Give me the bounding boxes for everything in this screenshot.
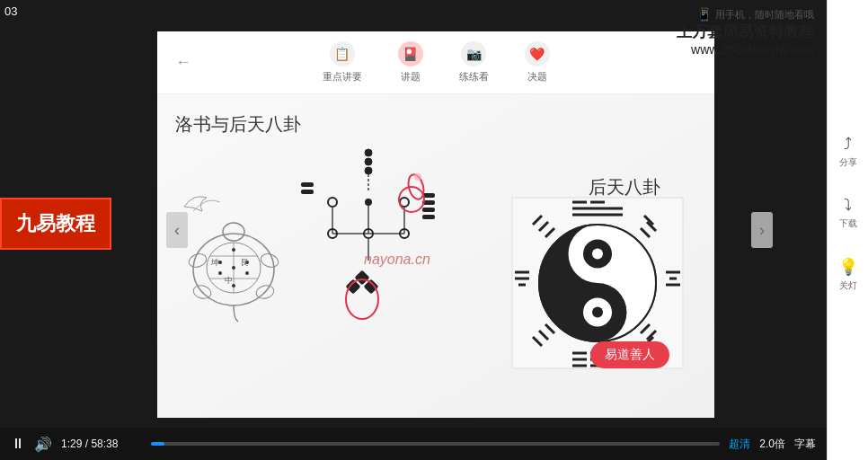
svg-point-2 <box>223 223 244 241</box>
volume-button[interactable]: 🔊 <box>34 436 52 453</box>
time-display: 1:29 / 58:38 <box>61 438 142 450</box>
top-right-overlay: 📱 用手机，随时随地看哦 上万套周易资料教程 www.265zhouyiw.co… <box>677 7 814 57</box>
svg-point-21 <box>365 158 372 165</box>
slide-title: 洛书与后天八卦 <box>175 112 696 137</box>
share-button[interactable]: ⤴ 分享 <box>839 135 857 169</box>
svg-text:中: 中 <box>225 276 233 285</box>
video-container: ← 📋 重点讲要 🎴 讲题 📷 练练看 ❤️ 决题 洛书与后天八卦 后天八卦 <box>0 0 827 460</box>
download-label: 下载 <box>839 217 857 230</box>
play-pause-button[interactable]: ⏸ <box>11 436 25 452</box>
quality-button[interactable]: 超清 <box>729 437 750 452</box>
phone-info: 📱 用手机，随时随地看哦 <box>677 7 814 22</box>
svg-rect-40 <box>422 215 435 219</box>
red-banner: 九易教程 <box>0 198 111 250</box>
loshu-dots <box>283 139 445 319</box>
share-label: 分享 <box>839 156 857 169</box>
svg-point-20 <box>365 149 372 156</box>
svg-rect-35 <box>301 182 314 187</box>
right-panel: ⤴ 分享 ⤵ 下载 💡 关灯 <box>827 0 868 460</box>
svg-point-3 <box>187 252 208 270</box>
nav-arrow-left[interactable]: ‹ <box>166 212 188 248</box>
light-button[interactable]: 💡 关灯 <box>838 257 858 292</box>
phone-icon: 📱 <box>696 7 712 22</box>
svg-rect-39 <box>422 208 435 212</box>
light-label: 关灯 <box>839 279 857 292</box>
speed-button[interactable]: 2.0倍 <box>759 437 785 452</box>
site-title: 上万套周易资料教程 <box>677 22 814 42</box>
share-icon: ⤴ <box>844 135 852 154</box>
slide-back-button[interactable]: ← <box>175 53 191 72</box>
slide-main: 洛书与后天八卦 后天八卦 <box>157 94 714 418</box>
progress-bar[interactable] <box>151 442 720 446</box>
svg-point-80 <box>592 249 603 260</box>
tab-jiangti[interactable]: 🎴 讲题 <box>398 41 423 84</box>
svg-rect-36 <box>301 190 314 194</box>
slide-topbar: ← 📋 重点讲要 🎴 讲题 📷 练练看 ❤️ 决题 <box>157 31 714 94</box>
download-icon: ⤵ <box>844 196 852 215</box>
lianliankan-icon: 📷 <box>461 41 486 66</box>
progress-fill <box>151 442 164 446</box>
svg-point-81 <box>592 307 603 318</box>
svg-point-13 <box>232 266 235 270</box>
loshu-svg <box>283 139 454 328</box>
light-icon: 💡 <box>838 257 858 277</box>
svg-point-4 <box>259 252 280 270</box>
svg-point-47 <box>414 173 421 181</box>
svg-point-24 <box>328 198 337 207</box>
svg-point-45 <box>346 279 378 319</box>
bottom-control-bar: ⏸ 🔊 1:29 / 58:38 超清 2.0倍 字幕 <box>0 428 827 460</box>
svg-point-15 <box>245 271 249 275</box>
svg-point-22 <box>365 167 372 174</box>
svg-text:艮: 艮 <box>241 258 249 267</box>
tab-lianliankan[interactable]: 📷 练练看 <box>459 41 489 84</box>
jueti-icon: ❤️ <box>525 41 550 66</box>
site-url: www.265zhouyiw.com <box>677 42 814 57</box>
svg-point-14 <box>218 271 222 275</box>
subtitle-button[interactable]: 字幕 <box>794 437 816 452</box>
svg-point-10 <box>232 248 235 252</box>
turtle-svg: 坤 艮 中 <box>175 189 292 323</box>
corner-number: 03 <box>4 4 17 18</box>
watermark: nayona.cn <box>364 252 430 268</box>
svg-point-25 <box>365 199 372 206</box>
nav-arrow-right[interactable]: › <box>751 212 773 248</box>
jiangti-icon: 🎴 <box>398 41 423 66</box>
svg-text:坤: 坤 <box>210 258 219 267</box>
easy-stamp: 易道善人 <box>590 341 669 368</box>
tab-jueti[interactable]: ❤️ 决题 <box>525 41 550 84</box>
download-button[interactable]: ⤵ 下载 <box>839 196 857 230</box>
tab-zhongdian[interactable]: 📋 重点讲要 <box>323 41 362 84</box>
slide-content: ← 📋 重点讲要 🎴 讲题 📷 练练看 ❤️ 决题 洛书与后天八卦 后天八卦 <box>157 31 714 418</box>
zhongdian-icon: 📋 <box>330 41 355 66</box>
